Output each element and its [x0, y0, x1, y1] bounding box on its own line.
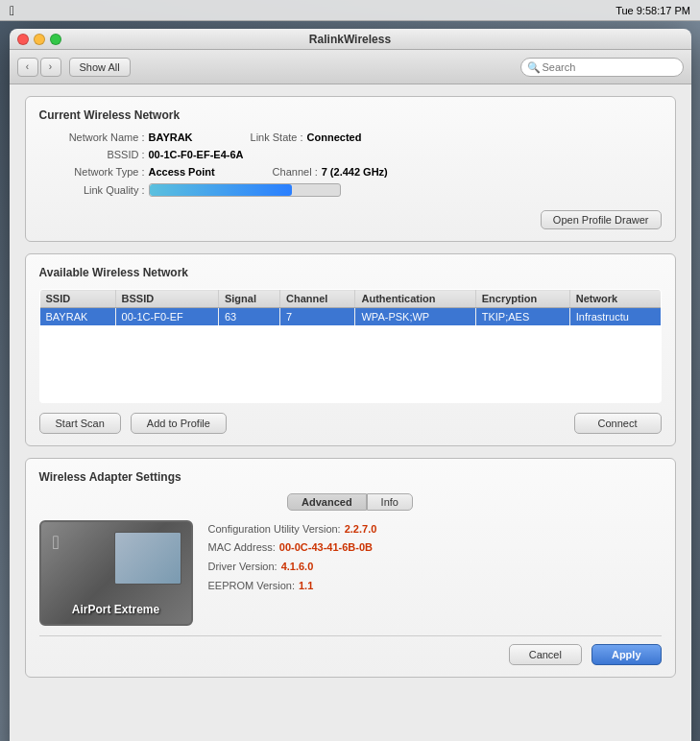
open-profile-button[interactable]: Open Profile Drawer: [541, 210, 662, 229]
col-channel: Channel: [280, 290, 355, 308]
link-state-group: Link State : Connected: [251, 131, 362, 143]
network-type-value: Access Point: [149, 166, 215, 178]
network-table-header: SSID BSSID Signal Channel Authentication…: [39, 290, 661, 308]
mac-address-label: MAC Address:: [208, 538, 276, 558]
table-row[interactable]: BAYRAK 00-1C-F0-EF 63 7 WPA-PSK;WP TKIP;…: [39, 308, 661, 326]
adapter-chip: [114, 532, 181, 585]
adapter-title: Wireless Adapter Settings: [39, 470, 662, 484]
col-auth: Authentication: [355, 290, 475, 308]
link-quality-row: Link Quality :: [39, 183, 662, 197]
network-table-body: BAYRAK 00-1C-F0-EF 63 7 WPA-PSK;WP TKIP;…: [39, 308, 661, 403]
network-name-label: Network Name :: [39, 131, 145, 143]
mac-address-value: 00-0C-43-41-6B-0B: [279, 538, 373, 558]
add-to-profile-button[interactable]: Add to Profile: [131, 413, 227, 434]
channel-group: Channel : 7 (2.442 GHz): [273, 166, 388, 178]
channel-label: Channel :: [273, 166, 318, 178]
config-version-label: Configuration Utility Version:: [208, 520, 341, 539]
col-ssid: SSID: [39, 290, 115, 308]
link-quality-fill: [150, 184, 293, 196]
adapter-image-inner:  AirPort Extreme: [41, 522, 191, 624]
tab-info[interactable]: Info: [367, 493, 413, 511]
adapter-body:  AirPort Extreme Configuration Utility …: [39, 520, 662, 626]
eeprom-version-row: EEPROM Version: 1.1: [208, 577, 377, 596]
minimize-button[interactable]: [34, 34, 45, 45]
col-network: Network: [569, 290, 661, 308]
link-state-value: Connected: [307, 131, 362, 143]
available-network-title: Available Wireless Network: [39, 266, 662, 279]
cell-bssid: 00-1C-F0-EF: [115, 308, 218, 326]
cell-auth: WPA-PSK;WP: [355, 308, 475, 326]
apple-logo-icon: : [53, 532, 60, 554]
apple-menu[interactable]: : [10, 3, 14, 18]
network-name-value: BAYRAK: [149, 131, 193, 143]
adapter-info: Configuration Utility Version: 2.2.7.0 M…: [208, 520, 377, 596]
current-network-section: Current Wireless Network Network Name : …: [25, 96, 676, 242]
maximize-button[interactable]: [50, 34, 61, 45]
network-table-header-row: SSID BSSID Signal Channel Authentication…: [39, 290, 661, 308]
bssid-label: BSSID :: [39, 149, 145, 160]
search-box: 🔍: [520, 58, 684, 77]
network-type-label: Network Type :: [39, 166, 145, 178]
traffic-lights: [17, 34, 61, 45]
adapter-tabs: Advanced Info: [39, 493, 662, 511]
main-content: Current Wireless Network Network Name : …: [10, 84, 691, 741]
eeprom-version-value: 1.1: [299, 577, 313, 596]
driver-version-label: Driver Version:: [208, 558, 278, 577]
link-quality-bar: [149, 183, 341, 197]
current-network-title: Current Wireless Network: [39, 108, 662, 122]
link-state-label: Link State :: [251, 131, 303, 143]
cell-network: Infrastructu: [569, 308, 661, 326]
open-profile-row: Open Profile Drawer: [39, 203, 662, 229]
eeprom-version-label: EEPROM Version:: [208, 577, 295, 596]
adapter-image-label: AirPort Extreme: [41, 603, 191, 616]
search-input[interactable]: [520, 58, 684, 77]
table-empty-row: [39, 325, 661, 402]
cell-ssid: BAYRAK: [39, 308, 115, 326]
close-button[interactable]: [17, 34, 29, 45]
col-bssid: BSSID: [115, 290, 218, 308]
available-network-section: Available Wireless Network SSID BSSID Si…: [25, 253, 676, 446]
titlebar: RalinkWireless: [10, 29, 691, 50]
network-name-row: Network Name : BAYRAK Link State : Conne…: [39, 131, 662, 143]
tab-advanced[interactable]: Advanced: [287, 493, 367, 511]
cell-signal: 63: [218, 308, 279, 326]
connect-button[interactable]: Connect: [574, 413, 662, 434]
driver-version-value: 4.1.6.0: [281, 558, 314, 577]
window-title: RalinkWireless: [309, 33, 391, 46]
main-window: RalinkWireless ‹ › Show All 🔍 Current Wi…: [10, 29, 691, 741]
bottom-buttons: Cancel Apply: [39, 635, 662, 665]
cell-encryption: TKIP;AES: [475, 308, 569, 326]
mac-address-row: MAC Address: 00-0C-43-41-6B-0B: [208, 538, 377, 558]
search-icon: 🔍: [527, 60, 541, 73]
bssid-row: BSSID : 00-1C-F0-EF-E4-6A: [39, 149, 662, 160]
link-quality-label: Link Quality :: [39, 184, 145, 196]
start-scan-button[interactable]: Start Scan: [39, 413, 121, 434]
network-type-row: Network Type : Access Point Channel : 7 …: [39, 166, 662, 178]
cancel-button[interactable]: Cancel: [509, 644, 582, 665]
back-button[interactable]: ‹: [17, 58, 38, 77]
cell-channel: 7: [280, 308, 355, 326]
toolbar: ‹ › Show All 🔍: [10, 50, 691, 84]
forward-button[interactable]: ›: [40, 58, 61, 77]
col-encryption: Encryption: [475, 290, 569, 308]
channel-value: 7 (2.442 GHz): [322, 166, 388, 178]
network-buttons: Start Scan Add to Profile Connect: [39, 413, 662, 434]
adapter-image:  AirPort Extreme: [39, 520, 193, 626]
show-all-button[interactable]: Show All: [69, 58, 131, 77]
driver-version-row: Driver Version: 4.1.6.0: [208, 558, 377, 577]
bssid-value: 00-1C-F0-EF-E4-6A: [149, 149, 244, 160]
config-version-row: Configuration Utility Version: 2.2.7.0: [208, 520, 377, 539]
config-version-value: 2.2.7.0: [345, 520, 377, 539]
network-table: SSID BSSID Signal Channel Authentication…: [39, 289, 662, 403]
adapter-section: Wireless Adapter Settings Advanced Info …: [25, 458, 676, 678]
col-signal: Signal: [218, 290, 279, 308]
apply-button[interactable]: Apply: [591, 644, 662, 665]
menubar-time: Tue 9:58:17 PM: [616, 5, 690, 16]
